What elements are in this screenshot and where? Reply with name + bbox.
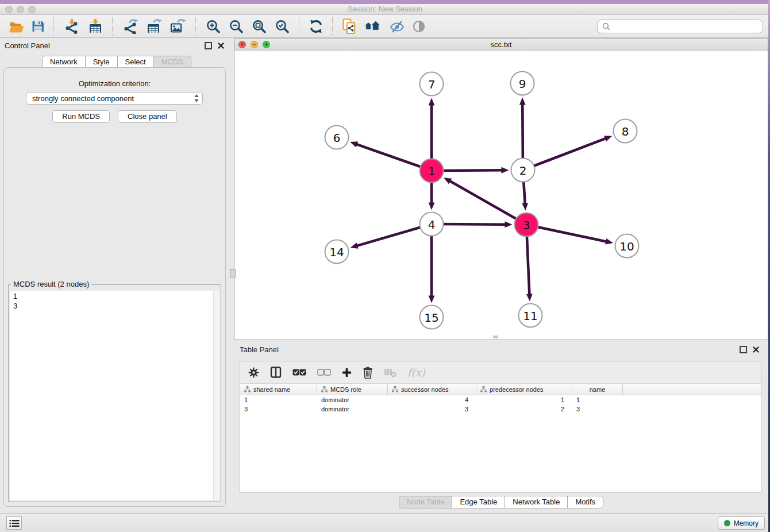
edge-2-8[interactable] [523, 136, 612, 170]
save-session-button[interactable] [29, 19, 47, 34]
network-graph: 1234678910111415 [234, 51, 768, 340]
table-toolbar: f(x) [240, 361, 761, 384]
search-box[interactable] [597, 20, 763, 33]
zoom-selected-button[interactable] [272, 18, 292, 35]
graph-node-7[interactable]: 7 [420, 72, 444, 96]
tab-style[interactable]: Style [85, 56, 118, 68]
app-titlebar: Session: New Session [0, 4, 770, 15]
import-network-button[interactable] [61, 18, 82, 35]
unselect-all-columns-button[interactable] [317, 368, 331, 376]
tab-node-table[interactable]: Node Table [399, 496, 453, 508]
task-history-button[interactable] [6, 516, 22, 530]
function-builder-button[interactable]: f(x) [407, 367, 425, 379]
column-header-predecessor-nodes[interactable]: predecessor nodes [476, 384, 572, 395]
panel-splitter-handle[interactable] [230, 269, 236, 277]
column-header-name[interactable]: name [572, 384, 623, 395]
edge-4-14[interactable] [351, 224, 432, 249]
tab-network[interactable]: Network [42, 56, 86, 68]
cell-mcds-role: dominator [317, 395, 388, 404]
svg-text:4: 4 [428, 218, 436, 232]
graph-node-1[interactable]: 1 [420, 159, 444, 183]
clone-network-button[interactable] [340, 17, 359, 36]
mcds-result-scrollbar[interactable] [213, 291, 220, 500]
show-all-button[interactable] [410, 19, 428, 34]
graph-node-3[interactable]: 3 [515, 213, 538, 237]
float-panel-icon[interactable] [205, 42, 212, 49]
network-canvas[interactable]: 1234678910111415 [234, 51, 768, 340]
table-body: 1dominator4113dominator323 [240, 395, 761, 414]
zoom-in-button[interactable] [203, 18, 223, 35]
network-minimize-button[interactable]: – [251, 41, 258, 48]
toolbar-separator [332, 17, 333, 36]
graph-node-6[interactable]: 6 [325, 126, 349, 149]
show-columns-button[interactable] [270, 367, 282, 378]
float-table-panel-icon[interactable] [740, 346, 747, 353]
tab-motifs[interactable]: Motifs [567, 496, 603, 508]
first-neighbors-button[interactable] [362, 19, 384, 34]
graph-node-2[interactable]: 2 [511, 159, 535, 182]
graph-node-4[interactable]: 4 [420, 213, 444, 236]
edge-3-1[interactable] [444, 178, 526, 225]
criterion-dropdown[interactable]: strongly connected component [26, 92, 203, 105]
add-column-button[interactable] [342, 368, 352, 377]
table-header-row: shared nameMCDS rolesuccessor nodesprede… [240, 384, 761, 395]
export-table-button[interactable] [144, 18, 164, 35]
column-header-shared-name[interactable]: shared name [240, 384, 317, 395]
tree-icon [321, 386, 328, 392]
column-header-successor-nodes[interactable]: successor nodes [388, 384, 476, 395]
network-maximize-button[interactable]: + [263, 41, 270, 48]
graph-node-9[interactable]: 9 [511, 72, 534, 95]
zoom-out-icon [229, 19, 244, 34]
node-table-container: f(x) shared nameMCDS rolesuccessor nodes… [240, 361, 761, 493]
svg-text:3: 3 [523, 218, 530, 232]
tab-network-table[interactable]: Network Table [505, 496, 568, 508]
unselect-all-icon [317, 368, 331, 376]
graph-node-10[interactable]: 10 [615, 234, 639, 258]
canvas-hscroll-handle[interactable] [493, 336, 498, 338]
open-session-button[interactable] [6, 19, 26, 34]
toolbar-separator [195, 17, 197, 36]
svg-text:9: 9 [519, 77, 526, 91]
control-panel-title: Control Panel [5, 41, 50, 50]
column-header-mcds-role[interactable]: MCDS role [317, 384, 388, 395]
close-panel-button[interactable]: Close panel [118, 110, 177, 123]
graph-node-15[interactable]: 15 [420, 306, 444, 329]
import-network-icon [64, 19, 80, 34]
tab-select[interactable]: Select [117, 56, 154, 68]
import-table-button[interactable] [86, 18, 105, 35]
table-settings-button[interactable] [248, 367, 259, 378]
graph-node-8[interactable]: 8 [614, 119, 637, 143]
tab-edge-table[interactable]: Edge Table [452, 496, 505, 508]
search-input[interactable] [614, 22, 758, 31]
select-all-columns-button[interactable] [292, 368, 306, 376]
table-panel-tabs: Node TableEdge TableNetwork TableMotifs [234, 496, 768, 508]
zoom-fit-icon [252, 19, 267, 34]
close-table-panel-icon[interactable] [753, 346, 759, 353]
run-mcds-button[interactable]: Run MCDS [52, 110, 110, 123]
edge-1-6[interactable] [350, 141, 432, 171]
list-icon [9, 519, 20, 527]
edge-3-10[interactable] [526, 225, 613, 245]
mcds-result-textarea[interactable]: 1 3 [10, 291, 220, 500]
table-row[interactable]: 3dominator323 [240, 404, 761, 414]
svg-text:11: 11 [523, 309, 537, 323]
export-network-button[interactable] [120, 18, 141, 35]
refresh-button[interactable] [307, 18, 325, 35]
delete-table-button[interactable] [384, 367, 396, 377]
delete-column-button[interactable] [363, 367, 373, 379]
network-close-button[interactable]: × [238, 41, 246, 48]
memory-button[interactable]: Memory [718, 516, 765, 530]
mcds-result-title: MCDS result (2 nodes) [11, 280, 91, 288]
search-icon [602, 22, 610, 30]
table-row[interactable]: 1dominator411 [240, 395, 761, 404]
close-panel-icon[interactable] [218, 43, 224, 49]
tab-mcds[interactable]: MCDS [153, 56, 191, 68]
graph-node-11[interactable]: 11 [519, 304, 542, 327]
gear-icon [248, 367, 259, 378]
zoom-fit-button[interactable] [249, 18, 269, 35]
export-image-button[interactable] [168, 18, 188, 35]
folder-open-icon [9, 20, 24, 33]
graph-node-14[interactable]: 14 [325, 240, 349, 264]
hide-selected-button[interactable] [387, 18, 407, 34]
zoom-out-button[interactable] [226, 18, 246, 35]
